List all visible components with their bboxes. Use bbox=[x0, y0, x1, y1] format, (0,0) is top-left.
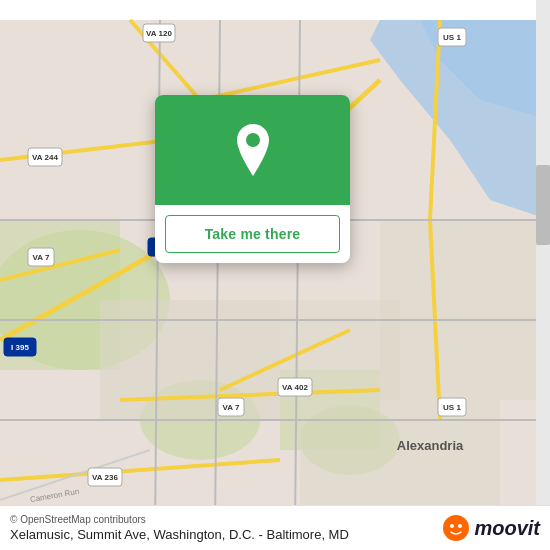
svg-rect-8 bbox=[100, 300, 280, 420]
location-pin-icon bbox=[231, 124, 275, 176]
svg-text:VA 7: VA 7 bbox=[33, 253, 50, 262]
svg-point-53 bbox=[443, 515, 469, 541]
svg-point-55 bbox=[458, 524, 462, 528]
popup-card: Take me there bbox=[155, 95, 350, 263]
map-container: VA 120 VA 244 VA 7 I 395 I 395 VA 402 VA… bbox=[0, 0, 550, 550]
moovit-brand-icon bbox=[442, 514, 470, 542]
osm-credit: © OpenStreetMap contributors bbox=[10, 514, 442, 525]
svg-point-54 bbox=[450, 524, 454, 528]
moovit-logo: moovit bbox=[442, 514, 540, 542]
svg-rect-10 bbox=[380, 220, 540, 400]
svg-text:US 1: US 1 bbox=[443, 33, 461, 42]
svg-text:VA 120: VA 120 bbox=[146, 29, 172, 38]
scrollbar-thumb[interactable] bbox=[536, 165, 550, 245]
map-background: VA 120 VA 244 VA 7 I 395 I 395 VA 402 VA… bbox=[0, 0, 550, 550]
bottom-bar: © OpenStreetMap contributors Xelamusic, … bbox=[0, 505, 550, 550]
map-scrollbar[interactable] bbox=[536, 0, 550, 550]
svg-text:US 1: US 1 bbox=[443, 403, 461, 412]
svg-text:VA 7: VA 7 bbox=[223, 403, 240, 412]
popup-green-header bbox=[155, 95, 350, 205]
svg-text:VA 402: VA 402 bbox=[282, 383, 308, 392]
svg-text:VA 236: VA 236 bbox=[92, 473, 118, 482]
svg-point-52 bbox=[246, 133, 260, 147]
location-text: Xelamusic, Summit Ave, Washington, D.C. … bbox=[10, 527, 442, 542]
take-me-there-button[interactable]: Take me there bbox=[165, 215, 340, 253]
svg-text:VA 244: VA 244 bbox=[32, 153, 58, 162]
bottom-info: © OpenStreetMap contributors Xelamusic, … bbox=[10, 514, 442, 542]
svg-text:I 395: I 395 bbox=[11, 343, 29, 352]
moovit-brand-text: moovit bbox=[474, 517, 540, 540]
svg-text:Alexandria: Alexandria bbox=[397, 438, 464, 453]
